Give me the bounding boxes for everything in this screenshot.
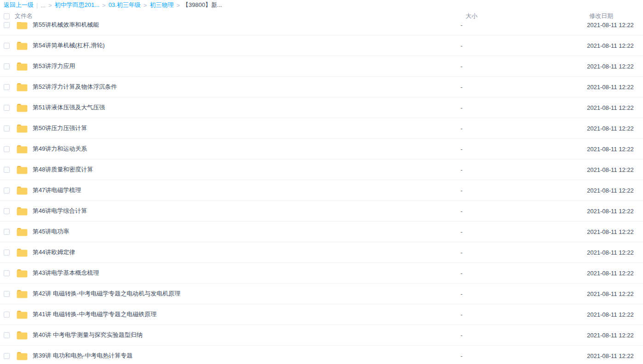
table-row[interactable]: 第50讲压力压强计算 - 2021-08-11 12:22 xyxy=(0,118,643,139)
file-name[interactable]: 第51讲液体压强及大气压强 xyxy=(33,103,461,112)
file-name[interactable]: 第43讲电学基本概念梳理 xyxy=(33,269,461,277)
file-name[interactable]: 第39讲 电功和电热-中考电热计算专题 xyxy=(33,352,461,360)
table-row[interactable]: 第40讲 中考电学测量与探究实验题型归纳 - 2021-08-11 12:22 xyxy=(0,325,643,346)
breadcrumb-link-3[interactable]: 初三物理 xyxy=(150,1,174,9)
row-checkbox[interactable] xyxy=(4,105,10,111)
breadcrumb-ellipsis[interactable]: ... xyxy=(40,2,46,9)
file-name[interactable]: 第55讲机械效率和机械能 xyxy=(33,22,461,29)
row-checkbox[interactable] xyxy=(4,43,10,49)
breadcrumb-link-1[interactable]: 初中学而思201... xyxy=(55,1,100,9)
table-row[interactable]: 第39讲 电功和电热-中考电热计算专题 - 2021-08-11 12:22 xyxy=(0,346,643,364)
table-row[interactable]: 第43讲电学基本概念梳理 - 2021-08-11 12:22 xyxy=(0,263,643,284)
file-date: 2021-08-11 12:22 xyxy=(587,104,643,111)
file-date: 2021-08-11 12:22 xyxy=(587,166,643,173)
file-date: 2021-08-11 12:22 xyxy=(587,63,643,70)
column-header-filename[interactable]: 文件名 xyxy=(15,12,461,20)
table-row[interactable]: 第54讲简单机械(杠杆,滑轮) - 2021-08-11 12:22 xyxy=(0,35,643,56)
folder-icon xyxy=(17,207,28,216)
row-checkbox[interactable] xyxy=(4,353,10,359)
file-size: - xyxy=(461,104,587,111)
table-row[interactable]: 第41讲 电磁转换-中考电磁学专题之电磁铁原理 - 2021-08-11 12:… xyxy=(0,304,643,325)
folder-icon xyxy=(17,310,28,319)
row-checkbox[interactable] xyxy=(4,84,10,90)
file-name[interactable]: 第47讲电磁学梳理 xyxy=(33,186,461,194)
file-name[interactable]: 第41讲 电磁转换-中考电磁学专题之电磁铁原理 xyxy=(33,310,461,318)
file-name[interactable]: 第49讲力和运动关系 xyxy=(33,145,461,153)
file-date: 2021-08-11 12:22 xyxy=(587,125,643,132)
row-checkbox[interactable] xyxy=(4,332,10,338)
breadcrumb-back-link[interactable]: 返回上一级 xyxy=(4,1,34,9)
table-row[interactable]: 第49讲力和运动关系 - 2021-08-11 12:22 xyxy=(0,139,643,159)
file-date: 2021-08-11 12:22 xyxy=(587,208,643,215)
table-row[interactable]: 第44讲欧姆定律 - 2021-08-11 12:22 xyxy=(0,242,643,263)
row-checkbox[interactable] xyxy=(4,208,10,214)
file-date: 2021-08-11 12:22 xyxy=(587,146,643,153)
file-size: - xyxy=(461,270,587,277)
row-checkbox[interactable] xyxy=(4,167,10,173)
row-checkbox[interactable] xyxy=(4,63,10,69)
file-name[interactable]: 第40讲 中考电学测量与探究实验题型归纳 xyxy=(33,331,461,339)
row-checkbox[interactable] xyxy=(4,146,10,152)
folder-icon xyxy=(17,352,28,360)
file-name[interactable]: 第42讲 电磁转换-中考电磁学专题之电动机与发电机原理 xyxy=(33,290,461,298)
folder-icon xyxy=(17,290,28,298)
file-name[interactable]: 第48讲质量和密度计算 xyxy=(33,165,461,174)
file-date: 2021-08-11 12:22 xyxy=(587,42,643,49)
file-size: - xyxy=(461,125,587,132)
row-checkbox[interactable] xyxy=(4,250,10,256)
table-row[interactable]: 第46讲电学综合计算 - 2021-08-11 12:22 xyxy=(0,201,643,222)
file-name[interactable]: 第46讲电学综合计算 xyxy=(33,207,461,215)
file-name[interactable]: 第54讲简单机械(杠杆,滑轮) xyxy=(33,41,461,50)
file-date: 2021-08-11 12:22 xyxy=(587,332,643,339)
file-date: 2021-08-11 12:22 xyxy=(587,228,643,235)
row-checkbox[interactable] xyxy=(4,312,10,318)
select-all-checkbox[interactable] xyxy=(4,13,10,19)
file-name[interactable]: 第50讲压力压强计算 xyxy=(33,124,461,132)
table-row[interactable]: 第51讲液体压强及大气压强 - 2021-08-11 12:22 xyxy=(0,97,643,118)
breadcrumb: 返回上一级 | ... > 初中学而思201... > 03.初三年级 > 初三… xyxy=(0,0,643,10)
file-date: 2021-08-11 12:22 xyxy=(587,270,643,277)
breadcrumb-link-2[interactable]: 03.初三年级 xyxy=(108,1,141,9)
row-checkbox[interactable] xyxy=(4,270,10,276)
folder-icon xyxy=(17,22,28,29)
file-size: - xyxy=(461,332,587,339)
row-checkbox[interactable] xyxy=(4,125,10,131)
folder-icon xyxy=(17,83,28,91)
column-header-size[interactable]: 大小 xyxy=(461,12,587,20)
folder-icon xyxy=(17,145,28,154)
file-size: - xyxy=(461,146,587,153)
table-row[interactable]: 第55讲机械效率和机械能 - 2021-08-11 12:22 xyxy=(0,22,643,35)
table-row[interactable]: 第52讲浮力计算及物体浮沉条件 - 2021-08-11 12:22 xyxy=(0,77,643,97)
table-row[interactable]: 第42讲 电磁转换-中考电磁学专题之电动机与发电机原理 - 2021-08-11… xyxy=(0,284,643,304)
file-list: 第55讲机械效率和机械能 - 2021-08-11 12:22 第54讲简单机械… xyxy=(0,22,643,364)
file-name[interactable]: 第53讲浮力应用 xyxy=(33,62,461,70)
breadcrumb-current-folder: 【39800】新... xyxy=(182,1,222,9)
row-checkbox[interactable] xyxy=(4,22,10,28)
chevron-right-icon: > xyxy=(102,2,106,9)
file-name[interactable]: 第52讲浮力计算及物体浮沉条件 xyxy=(33,83,461,91)
file-size: - xyxy=(461,311,587,318)
row-checkbox[interactable] xyxy=(4,291,10,297)
folder-icon xyxy=(17,228,28,236)
file-name[interactable]: 第45讲电功率 xyxy=(33,228,461,236)
table-row[interactable]: 第47讲电磁学梳理 - 2021-08-11 12:22 xyxy=(0,180,643,201)
file-name[interactable]: 第44讲欧姆定律 xyxy=(33,248,461,256)
file-size: - xyxy=(461,84,587,91)
row-checkbox[interactable] xyxy=(4,229,10,235)
file-date: 2021-08-11 12:22 xyxy=(587,22,643,28)
row-checkbox[interactable] xyxy=(4,188,10,193)
table-row[interactable]: 第48讲质量和密度计算 - 2021-08-11 12:22 xyxy=(0,159,643,180)
file-size: - xyxy=(461,42,587,49)
file-size: - xyxy=(461,290,587,297)
table-row[interactable]: 第45讲电功率 - 2021-08-11 12:22 xyxy=(0,222,643,242)
folder-icon xyxy=(17,124,28,133)
folder-icon xyxy=(17,62,28,71)
folder-icon xyxy=(17,269,28,278)
table-row[interactable]: 第53讲浮力应用 - 2021-08-11 12:22 xyxy=(0,56,643,77)
column-header-modified-date[interactable]: 修改日期 xyxy=(587,12,643,20)
file-size: - xyxy=(461,22,587,28)
chevron-right-icon: > xyxy=(176,2,180,9)
file-size: - xyxy=(461,166,587,173)
file-size: - xyxy=(461,208,587,215)
folder-icon xyxy=(17,41,28,50)
